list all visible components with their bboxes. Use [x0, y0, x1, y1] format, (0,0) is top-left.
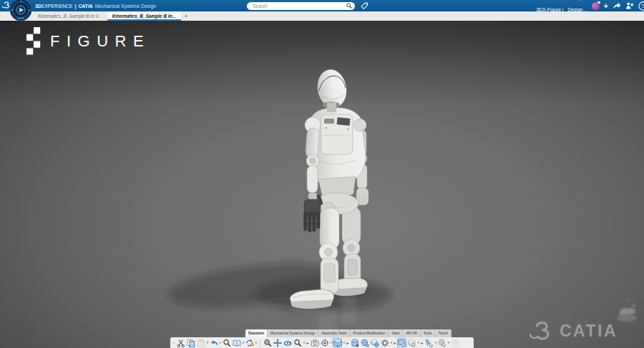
session-settings-icon — [361, 339, 369, 347]
product-explore-icon — [371, 339, 379, 347]
share-icon[interactable] — [613, 1, 621, 10]
user-context-switcher[interactable]: Ryan Bengshek 3DX-Figure | _Design ⌄ — [536, 0, 587, 14]
knowledge-book-dropdown-caret-icon[interactable]: ▾ — [242, 341, 245, 344]
new-tab-button[interactable]: + — [181, 11, 191, 21]
collaboration-icon[interactable] — [625, 1, 634, 10]
ribbon-tab-ar-vr[interactable]: AR-VR — [403, 329, 421, 337]
document-tab-2[interactable]: Kinematics_B_Sample B In... — [107, 11, 181, 21]
ribbon-tab-standard[interactable]: Standard — [245, 329, 268, 337]
ribbon-tab-touch[interactable]: Touch — [435, 329, 451, 337]
explore-select-icon — [438, 339, 447, 347]
top-bar: V+R 3DEXPERIENCE | CATIA Mechanical Syst… — [0, 0, 644, 11]
toolbar-group-expander-icon[interactable]: ▸ — [393, 341, 397, 345]
toolbar-separator — [260, 339, 260, 347]
avatar[interactable] — [592, 2, 600, 10]
toolbar-zoom-button[interactable] — [293, 338, 302, 347]
toolbar-select-3d-button[interactable] — [407, 338, 416, 347]
toolbar-paste-button[interactable] — [196, 338, 205, 347]
search-icon — [223, 339, 231, 347]
select-3d-icon — [408, 339, 416, 347]
iso-view-icon — [333, 339, 342, 347]
center-view-icon — [321, 339, 329, 347]
notification-badge — [597, 1, 600, 4]
toolbar-group-expander-icon[interactable]: ▸ — [306, 341, 310, 345]
context-label: 3DX-Figure | _Design — [536, 7, 582, 12]
knowledge-book-icon — [233, 339, 241, 347]
paste-icon — [197, 339, 205, 347]
svg-text:?: ? — [641, 3, 644, 9]
tag-icon[interactable] — [360, 1, 369, 10]
catia-logo-text: CATIA — [560, 322, 618, 341]
figure-logo-text: FIGURE — [50, 32, 150, 51]
figure-watermark: FIGURE — [26, 27, 150, 55]
3d-viewport[interactable]: FIGURE — [0, 21, 644, 348]
global-search — [247, 2, 355, 10]
database-icon — [351, 339, 359, 347]
toolbar-search-button[interactable] — [222, 338, 231, 347]
brand-3d: 3D — [35, 4, 42, 9]
toolbar-explore-select-button[interactable] — [437, 338, 447, 347]
toolbar-group-expander-icon[interactable]: ▸ — [346, 341, 350, 345]
pan-icon — [273, 339, 282, 347]
cut-icon — [177, 339, 185, 347]
user-name: Ryan Bengshek — [536, 0, 587, 1]
ribbon-tab-view[interactable]: View — [389, 329, 403, 337]
select-tree-dropdown-caret-icon[interactable]: ▾ — [434, 341, 437, 344]
toolbar-copy-button[interactable] — [186, 338, 195, 347]
settings-icon — [381, 339, 389, 347]
more-tools-icon — [451, 339, 459, 347]
chevron-down-icon: ⌄ — [584, 8, 587, 12]
help-icon[interactable]: ? — [638, 1, 644, 11]
toolbar-select-tree-button[interactable] — [424, 338, 434, 347]
update-warning-icon — [245, 339, 254, 347]
application-window: V+R 3DEXPERIENCE | CATIA Mechanical Syst… — [0, 0, 644, 348]
ribbon-tab-mechanical-systems-design[interactable]: Mechanical Systems Design — [268, 329, 319, 337]
toolbar-knowledge-book-button[interactable] — [232, 338, 241, 347]
brand-suite: Mechanical Systems Design — [95, 4, 156, 9]
toolbar-session-settings-button[interactable] — [360, 338, 369, 347]
toolbar-product-explore-button[interactable] — [370, 338, 379, 347]
ribbon-tab-product-modification[interactable]: Product Modification — [350, 329, 389, 337]
brand-divider: | — [75, 4, 77, 9]
robot-model[interactable] — [0, 21, 644, 348]
toolbar-group-expander-icon[interactable]: ▸ — [420, 341, 424, 345]
ribbon-tab-bar: StandardMechanical Systems DesignAssembl… — [245, 329, 452, 337]
catia-logo: CATIA — [528, 320, 618, 342]
toolbar-database-button[interactable] — [350, 338, 359, 347]
brand-app: CATIA — [78, 4, 92, 9]
paste-dropdown-caret-icon[interactable]: ▾ — [206, 341, 209, 344]
toolbar-settings-button[interactable] — [380, 338, 389, 347]
search-icon[interactable] — [346, 3, 352, 9]
center-view-dropdown-caret-icon[interactable]: ▾ — [330, 341, 333, 344]
explore-select-dropdown-caret-icon[interactable]: ▾ — [447, 341, 450, 344]
search-input[interactable] — [247, 4, 346, 9]
update-warning-dropdown-caret-icon[interactable]: ▾ — [255, 341, 258, 344]
figure-logo-mark — [26, 27, 41, 55]
3d-compass[interactable]: V+R — [9, 0, 32, 21]
ribbon-tab-assembly-tools[interactable]: Assembly Tools — [318, 329, 350, 337]
select-tree-icon — [425, 339, 434, 347]
undo-dropdown-caret-icon[interactable]: ▾ — [219, 341, 222, 344]
toolbar-more-tools-button[interactable] — [450, 338, 459, 347]
capture-icon — [311, 339, 319, 347]
toolbar-capture-button[interactable] — [310, 338, 319, 347]
rotate-icon — [283, 339, 292, 347]
add-content-button[interactable]: + — [604, 2, 608, 10]
standard-toolbar: ⁞ ▾▾▾▾▾▸▾▾▸▾▸▾▸▾▾ — [170, 337, 474, 348]
toolbar-update-warning-button[interactable] — [245, 338, 254, 347]
ribbon-tab-tools[interactable]: Tools — [421, 329, 436, 337]
copy-icon — [187, 339, 195, 347]
toolbar-select-window-button[interactable] — [397, 338, 406, 347]
toolbar-undo-button[interactable] — [209, 338, 218, 347]
scene-debris — [617, 300, 637, 322]
toolbar-iso-view-button[interactable] — [333, 338, 342, 347]
document-tab-1[interactable]: Kinematics_B_Sample B In V... — [33, 11, 107, 21]
select-window-icon — [398, 339, 406, 347]
toolbar-zoom-in-button[interactable] — [263, 338, 272, 347]
toolbar-grip[interactable]: ⁞ — [173, 337, 175, 348]
toolbar-center-view-button[interactable] — [320, 338, 329, 347]
toolbar-cut-button[interactable] — [176, 338, 185, 347]
toolbar-pan-button[interactable] — [273, 338, 282, 347]
zoom-icon — [293, 339, 302, 347]
toolbar-rotate-button[interactable] — [283, 338, 292, 347]
